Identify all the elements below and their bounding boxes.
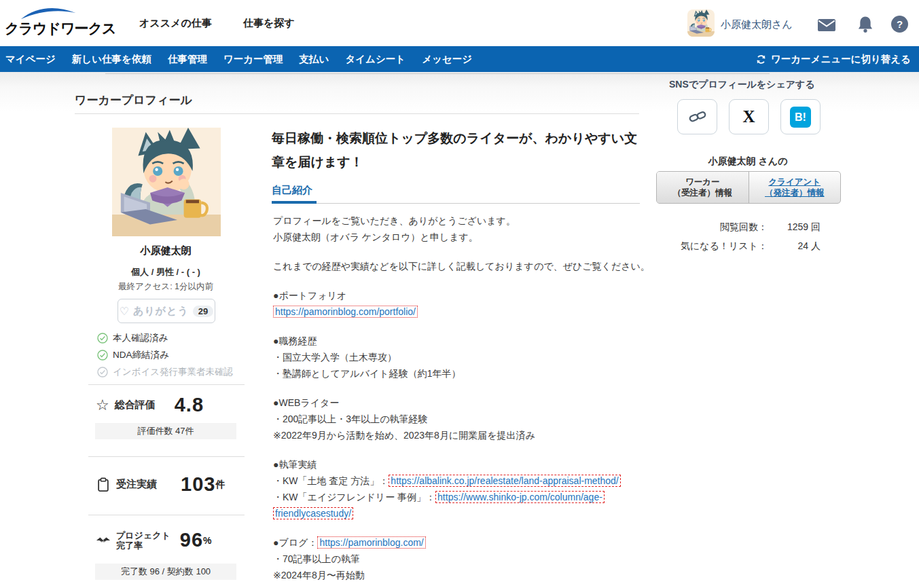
title-divider bbox=[75, 113, 639, 114]
check-circle-icon bbox=[97, 333, 108, 344]
works-heading: ●執筆実績 bbox=[273, 456, 651, 473]
link-icon bbox=[689, 108, 706, 126]
sns-share-buttons: X B! bbox=[677, 99, 821, 134]
main-navbar: マイページ 新しい仕事を依頼 仕事管理 ワーカー管理 支払い タイムシート メッ… bbox=[0, 46, 919, 72]
tab-rule bbox=[272, 203, 640, 204]
verification-nda: NDA締結済み bbox=[97, 349, 169, 361]
verification-identity: 本人確認済み bbox=[97, 332, 168, 344]
check-circle-icon bbox=[97, 367, 108, 378]
views-row: 閲覧回数： 1259 回 bbox=[652, 221, 842, 234]
completion-value: 96 bbox=[180, 529, 203, 551]
heart-icon: ♡ bbox=[120, 305, 129, 318]
navbar-item-worker-manage[interactable]: ワーカー管理 bbox=[215, 53, 291, 66]
profile-stats: 閲覧回数： 1259 回 気になる！リスト： 24 人 bbox=[652, 221, 842, 259]
navbar-item-timesheet[interactable]: タイムシート bbox=[337, 53, 414, 66]
bell-icon[interactable] bbox=[857, 16, 874, 33]
intro-line: プロフィールをご覧いただき、ありがとうございます。 bbox=[273, 213, 651, 229]
switch-worker-menu-button[interactable]: ワーカーメニューに切り替える bbox=[756, 46, 911, 72]
handshake-icon bbox=[96, 533, 111, 548]
tab-worker-info[interactable]: ワーカー （受注者）情報 bbox=[657, 172, 749, 203]
tab-self-introduction[interactable]: 自己紹介 bbox=[272, 184, 312, 197]
intro-line: ・200記事以上・3年以上の執筆経験 bbox=[273, 411, 651, 427]
completion-detail-bar: 完了数 96 / 契約数 100 bbox=[95, 564, 236, 580]
worker-name: 小原健太朗 bbox=[75, 244, 257, 257]
star-icon: ☆ bbox=[96, 397, 109, 414]
header-avatar[interactable] bbox=[687, 10, 715, 37]
header-user-name[interactable]: 小原健太朗さん bbox=[721, 18, 793, 31]
sns-share-title: SNSでプロフィールをシェアする bbox=[669, 79, 815, 91]
catchphrase: 毎日稼働・検索順位トップ多数のライターが、わかりやすい文章を届けます！ bbox=[272, 126, 644, 174]
nav-recommended-jobs[interactable]: オススメの仕事 bbox=[139, 17, 212, 30]
navbar-item-mypage[interactable]: マイページ bbox=[0, 53, 64, 66]
logo-text: クラウドワークス bbox=[5, 19, 115, 38]
work1-link[interactable]: https://albalink.co.jp/realestate/land-a… bbox=[389, 475, 620, 487]
completion-row: プロジェクト 完了率 96 % bbox=[96, 529, 212, 551]
help-icon[interactable]: ? bbox=[891, 16, 908, 33]
intro-line: ・国立大学入学（土木専攻） bbox=[273, 349, 651, 365]
tab-active-underline bbox=[272, 201, 317, 204]
intro-line: ・塾講師としてアルバイト経験（約1年半） bbox=[273, 365, 651, 382]
blog-link[interactable]: https://pamorinblog.com/ bbox=[317, 536, 425, 549]
tab-client-info[interactable]: クライアント （発注者）情報 bbox=[749, 172, 841, 203]
navbar-item-job-manage[interactable]: 仕事管理 bbox=[160, 53, 215, 66]
career-heading: ●職務経歴 bbox=[273, 333, 651, 349]
self-introduction-body: プロフィールをご覧いただき、ありがとうございます。 小原健太朗（オバラ ケンタロ… bbox=[273, 213, 651, 583]
panel-top-hairline bbox=[105, 73, 770, 74]
page-title: ワーカープロフィール bbox=[75, 92, 192, 108]
copy-link-button[interactable] bbox=[677, 99, 717, 134]
navbar-item-message[interactable]: メッセージ bbox=[414, 53, 480, 66]
rating-row: ☆ 総合評価 4.8 bbox=[96, 394, 204, 416]
refresh-icon bbox=[756, 54, 766, 65]
crowdworks-logo[interactable]: クラウドワークス bbox=[5, 3, 100, 43]
portfolio-link[interactable]: https://pamorinblog.com/portfolio/ bbox=[273, 306, 418, 318]
intro-line: 小原健太朗（オバラ ケンタロウ）と申します。 bbox=[273, 229, 651, 245]
top-header: クラウドワークス オススメの仕事 仕事を探す 小原健太朗さん ? bbox=[0, 0, 919, 46]
divider bbox=[88, 456, 245, 457]
orders-row: 受注実績 103 件 bbox=[96, 473, 225, 496]
orders-value: 103 bbox=[181, 473, 215, 496]
divider bbox=[88, 384, 245, 385]
worker-attributes: 個人 / 男性 / - ( - ) bbox=[75, 266, 257, 278]
owner-line: 小原健太朗 さんの bbox=[655, 155, 840, 168]
thanks-count-badge: 29 bbox=[193, 306, 213, 317]
favorites-row: 気になる！リスト： 24 人 bbox=[652, 240, 842, 253]
rating-value: 4.8 bbox=[175, 394, 204, 416]
intro-line: ※2022年9月から活動を始め、2023年8月に開業届を提出済み bbox=[273, 427, 651, 443]
x-logo-icon: X bbox=[742, 107, 755, 126]
mail-icon[interactable] bbox=[818, 18, 835, 33]
verification-invoice: インボイス発行事業者未確認 bbox=[97, 366, 233, 378]
logo-swoosh-icon bbox=[20, 5, 77, 20]
rating-count-bar: 評価件数 47件 bbox=[95, 423, 236, 439]
navbar-item-payment[interactable]: 支払い bbox=[291, 53, 338, 66]
check-circle-icon bbox=[97, 350, 108, 361]
intro-line: これまでの経歴や実績などを以下に詳しく記載しておりますので、ぜひご覧ください。 bbox=[273, 258, 651, 274]
intro-line: ・70記事以上の執筆 bbox=[273, 551, 651, 567]
last-access: 最終アクセス: 1分以内前 bbox=[75, 281, 257, 293]
clipboard-icon bbox=[96, 477, 111, 492]
x-share-button[interactable]: X bbox=[729, 99, 769, 134]
thanks-button[interactable]: ♡ ありがとう 29 bbox=[118, 299, 215, 323]
favorites-value: 24 人 bbox=[768, 240, 821, 253]
portfolio-heading: ●ポートフォリオ bbox=[273, 287, 651, 304]
writer-heading: ●WEBライター bbox=[273, 394, 651, 411]
nav-find-jobs[interactable]: 仕事を探す bbox=[243, 17, 295, 30]
info-toggle: ワーカー （受注者）情報 クライアント （発注者）情報 bbox=[656, 171, 841, 204]
views-value: 1259 回 bbox=[768, 221, 821, 234]
hatena-icon: B! bbox=[790, 107, 811, 128]
profile-avatar bbox=[112, 128, 221, 236]
divider bbox=[88, 515, 245, 515]
intro-line: ※2024年8月〜再始動 bbox=[273, 567, 651, 583]
navbar-item-new-job[interactable]: 新しい仕事を依頼 bbox=[64, 53, 160, 66]
hatena-share-button[interactable]: B! bbox=[780, 99, 821, 134]
